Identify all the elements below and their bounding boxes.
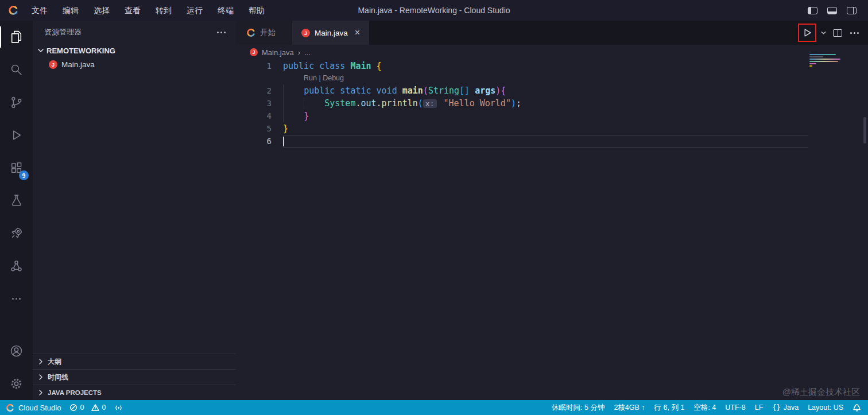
- sidebar-item-search[interactable]: [0, 53, 33, 86]
- chevron-right-icon: [36, 388, 45, 397]
- source-control-icon: [9, 95, 24, 110]
- tab-main-java[interactable]: J Main.java ×: [292, 21, 369, 45]
- codelens-row: Run | Debug: [236, 72, 868, 84]
- tree-file-main-java[interactable]: J Main.java: [33, 57, 236, 71]
- window-layout-controls: [808, 7, 868, 14]
- status-language[interactable]: {} Java: [772, 404, 799, 412]
- more-icon: [11, 293, 22, 305]
- code-line[interactable]: 3 System.out.println(x: "Hello World");: [236, 97, 868, 110]
- menu-help[interactable]: 帮助: [241, 0, 272, 21]
- sidebar-item-source-control[interactable]: [0, 86, 33, 119]
- sidebar-item-extensions[interactable]: 9: [0, 152, 33, 184]
- chevron-right-icon: [36, 357, 45, 366]
- section-outline-label: 大纲: [48, 357, 61, 367]
- status-cursor-position[interactable]: 行 6, 列 1: [654, 403, 685, 413]
- run-java-button[interactable]: [800, 26, 814, 40]
- editor-scrollbar[interactable]: [863, 117, 866, 143]
- indent-guide: [304, 97, 304, 110]
- section-timeline-label: 时间线: [48, 373, 68, 382]
- sidebar-item-explorer[interactable]: [0, 21, 33, 53]
- breadcrumb-separator: ›: [298, 48, 300, 57]
- sidebar-item-testing[interactable]: [0, 184, 33, 217]
- menu-run[interactable]: 运行: [179, 0, 210, 21]
- menu-file[interactable]: 文件: [24, 0, 55, 21]
- activity-more[interactable]: [0, 282, 33, 315]
- extensions-badge: 9: [19, 170, 29, 180]
- breadcrumb-file[interactable]: Main.java: [262, 48, 294, 57]
- minimap[interactable]: [809, 54, 843, 68]
- editor-region: 开始 J Main.java × J Main.java › ...: [236, 21, 868, 400]
- activity-bar: 9: [0, 21, 33, 400]
- chevron-right-icon: [36, 373, 45, 382]
- chevron-down-icon[interactable]: [820, 30, 827, 36]
- sidebar-item-run-debug[interactable]: [0, 119, 33, 152]
- layout-bottom-icon[interactable]: [827, 7, 837, 14]
- error-count: 0: [80, 404, 84, 412]
- close-icon[interactable]: ×: [355, 28, 360, 37]
- text-cursor: [283, 137, 284, 146]
- section-timeline[interactable]: 时间线: [33, 369, 236, 385]
- indent-guide: [283, 84, 284, 122]
- java-file-icon: J: [301, 29, 310, 37]
- settings-button[interactable]: [0, 367, 33, 400]
- status-sleep-time[interactable]: 休眠时间: 5 分钟: [552, 403, 604, 413]
- section-java-projects[interactable]: JAVA PROJECTS: [33, 385, 236, 400]
- more-actions-icon[interactable]: [848, 27, 860, 38]
- breadcrumb-more[interactable]: ...: [304, 48, 311, 57]
- braces-icon: {}: [772, 404, 780, 412]
- editor-actions: [800, 21, 868, 45]
- codelens-run[interactable]: Run: [304, 74, 317, 82]
- menu-view[interactable]: 查看: [117, 0, 148, 21]
- explorer-title: 资源管理器: [44, 27, 215, 37]
- menu-edit[interactable]: 编辑: [55, 0, 86, 21]
- status-problems[interactable]: 0 0: [69, 404, 106, 412]
- error-icon: [69, 404, 78, 412]
- sidebar-item-resources[interactable]: [0, 250, 33, 282]
- menu-terminal[interactable]: 终端: [210, 0, 241, 21]
- status-encoding[interactable]: UTF-8: [725, 404, 745, 412]
- watermark: @稀土掘金技术社区: [782, 387, 860, 398]
- status-brand-label: Cloud Studio: [18, 404, 61, 412]
- code-line-current[interactable]: 6: [236, 135, 868, 148]
- tab-label: Main.java: [315, 29, 348, 37]
- status-ports[interactable]: [114, 404, 123, 412]
- code-line[interactable]: 4 }: [236, 110, 868, 122]
- window-title: Main.java - RemoteWorking - Cloud Studio: [358, 6, 510, 15]
- settings-gear-icon: [9, 377, 24, 391]
- menu-go[interactable]: 转到: [148, 0, 179, 21]
- cluster-icon: [9, 259, 24, 273]
- status-bar: Cloud Studio 0 0 休眠时间: 5 分钟 2核4GB ↑ 行 6,…: [0, 400, 868, 415]
- status-notifications[interactable]: [852, 404, 861, 412]
- explorer-more-icon[interactable]: [215, 26, 227, 38]
- status-machine-spec[interactable]: 2核4GB ↑: [614, 403, 645, 413]
- section-outline[interactable]: 大纲: [33, 354, 236, 369]
- status-left: Cloud Studio 0 0: [0, 404, 123, 412]
- code-line[interactable]: 2 public static void main(String[] args)…: [236, 84, 868, 97]
- code-line[interactable]: 1public class Main {: [236, 60, 868, 72]
- explorer-sidebar: 资源管理器 REMOTEWORKING J Main.java 大纲 时间线 J…: [33, 21, 236, 400]
- status-eol[interactable]: LF: [755, 404, 764, 412]
- status-brand[interactable]: Cloud Studio: [6, 404, 61, 412]
- codelens-debug[interactable]: Debug: [323, 74, 344, 82]
- layout-left-icon[interactable]: [808, 7, 817, 14]
- account-icon: [9, 344, 24, 358]
- java-file-icon: J: [250, 48, 258, 56]
- chevron-down-icon: [36, 46, 45, 55]
- status-indentation[interactable]: 空格: 4: [693, 403, 716, 413]
- code-line[interactable]: 5}: [236, 122, 868, 135]
- testing-icon: [9, 193, 24, 208]
- tab-start[interactable]: 开始: [236, 21, 292, 45]
- explorer-header: 资源管理器: [33, 21, 236, 44]
- status-layout[interactable]: Layout: US: [808, 404, 843, 412]
- menu-selection[interactable]: 选择: [86, 0, 117, 21]
- sidebar-item-deploy[interactable]: [0, 217, 33, 250]
- warning-icon: [91, 404, 99, 412]
- tree-root-label: REMOTEWORKING: [46, 46, 115, 55]
- account-button[interactable]: [0, 335, 33, 367]
- code-editor[interactable]: 1public class Main { Run | Debug 2 publi…: [236, 60, 868, 148]
- tree-root-remoteworking[interactable]: REMOTEWORKING: [33, 44, 236, 57]
- section-java-projects-label: JAVA PROJECTS: [48, 389, 102, 396]
- layout-right-icon[interactable]: [847, 7, 857, 14]
- play-icon: [801, 27, 813, 38]
- split-editor-icon[interactable]: [833, 29, 842, 37]
